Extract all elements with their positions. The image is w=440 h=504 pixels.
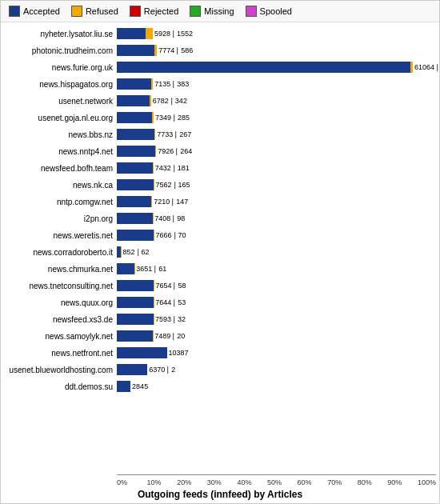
x-tick: 60% bbox=[298, 477, 328, 486]
bar-refused bbox=[146, 28, 153, 39]
bar-value-label: 6782❘342 bbox=[153, 95, 187, 106]
legend-spooled: Spooled bbox=[246, 6, 292, 17]
legend-spooled-label: Spooled bbox=[260, 6, 292, 16]
bar-refused bbox=[410, 62, 413, 73]
legend-rejected-box bbox=[130, 6, 141, 17]
bar-area: 7733❘267 bbox=[117, 129, 439, 140]
bar-refused bbox=[151, 78, 153, 90]
row-label: news.corradoroberto.it bbox=[1, 248, 117, 257]
bar-accepted bbox=[117, 314, 154, 325]
bar-accepted bbox=[117, 330, 153, 342]
bar-accepted bbox=[117, 364, 147, 375]
chart-row: news.nntp4.net7926❘264 bbox=[1, 143, 439, 159]
bar-accepted bbox=[117, 213, 153, 224]
chart-row: news.samoylyk.net7489❘20 bbox=[1, 328, 439, 344]
chart-row: newsfeed.xs3.de7593❘32 bbox=[1, 311, 439, 327]
chart-row: news.furie.org.uk61064❘421 bbox=[1, 59, 439, 75]
bar-refused bbox=[152, 112, 154, 123]
bar-accepted bbox=[117, 179, 154, 190]
bar-accepted bbox=[117, 95, 150, 106]
legend-accepted-box bbox=[9, 6, 20, 17]
bar-accepted bbox=[117, 146, 155, 157]
chart-row: news.netfront.net10387 bbox=[1, 345, 439, 361]
bar-value-label: 7562❘165 bbox=[155, 179, 190, 190]
legend-refused-label: Refused bbox=[86, 6, 118, 16]
row-label: usenet.goja.nl.eu.org bbox=[1, 114, 117, 122]
chart-row: nntp.comgw.net7210❘147 bbox=[1, 194, 439, 210]
bar-value-label: 10387 bbox=[169, 347, 189, 358]
bar-accepted bbox=[117, 162, 153, 174]
bar-refused bbox=[153, 162, 154, 174]
bar-value-label: 7210❘147 bbox=[154, 196, 188, 207]
bar-accepted bbox=[117, 78, 151, 90]
row-label: news.chmurka.net bbox=[1, 265, 117, 274]
bar-value-label: 7774❘586 bbox=[158, 45, 193, 56]
legend-missing-label: Missing bbox=[204, 6, 234, 16]
bar-area: 7432❘181 bbox=[117, 162, 439, 174]
bar-area: 7774❘586 bbox=[117, 45, 439, 56]
bar-value-label: 61064❘421 bbox=[414, 62, 440, 73]
bar-value-label: 7644❘53 bbox=[155, 297, 186, 308]
bar-value-label: 7489❘20 bbox=[154, 330, 185, 342]
bar-refused bbox=[150, 95, 151, 106]
chart-row: nyheter.lysator.liu.se5928❘1552 bbox=[1, 26, 439, 42]
row-label: usenet.network bbox=[1, 97, 117, 106]
bar-refused bbox=[153, 213, 154, 224]
row-label: usenet.blueworldhosting.com bbox=[1, 366, 117, 374]
row-label: newsfeed.bofh.team bbox=[1, 164, 117, 173]
bar-track bbox=[117, 364, 147, 375]
bar-refused bbox=[155, 146, 157, 157]
bar-track bbox=[117, 162, 154, 174]
bar-refused bbox=[154, 129, 156, 140]
legend-spooled-box bbox=[246, 6, 257, 17]
bar-track bbox=[117, 297, 154, 308]
bar-accepted bbox=[117, 381, 130, 392]
legend-refused-box bbox=[71, 6, 82, 17]
chart-row: news.chmurka.net3651❘61 bbox=[1, 261, 439, 277]
bar-value-label: 6370❘2 bbox=[149, 364, 175, 375]
row-label: news.samoylyk.net bbox=[1, 332, 117, 341]
bar-accepted bbox=[117, 112, 152, 123]
bar-track bbox=[117, 314, 154, 325]
bar-track bbox=[117, 95, 151, 106]
bar-track bbox=[117, 62, 413, 73]
bar-accepted bbox=[117, 45, 154, 56]
chart-row: usenet.network6782❘342 bbox=[1, 93, 439, 109]
bar-value-label: 7593❘32 bbox=[155, 314, 186, 325]
bar-value-label: 7408❘98 bbox=[154, 213, 185, 224]
bar-value-label: 7733❘267 bbox=[157, 129, 191, 140]
bar-value-label: 2845 bbox=[132, 381, 148, 392]
row-label: i2pn.org bbox=[1, 214, 117, 223]
bar-track bbox=[117, 330, 153, 342]
bar-refused bbox=[151, 196, 152, 207]
row-label: news.furie.org.uk bbox=[1, 63, 117, 72]
chart-row: news.quux.org7644❘53 bbox=[1, 294, 439, 310]
bar-track bbox=[117, 28, 153, 39]
x-tick: 80% bbox=[358, 477, 388, 486]
bar-value-label: 7654❘58 bbox=[155, 280, 186, 291]
bar-value-label: 7926❘264 bbox=[158, 146, 192, 157]
x-tick: 10% bbox=[147, 477, 178, 486]
bar-accepted bbox=[117, 347, 167, 358]
bar-accepted bbox=[117, 62, 410, 73]
chart-container: Accepted Refused Rejected Missing Spoole… bbox=[0, 0, 440, 504]
chart-title: Outgoing feeds (innfeed) by Articles bbox=[1, 486, 439, 503]
legend-accepted-label: Accepted bbox=[23, 6, 60, 16]
bar-track bbox=[117, 280, 154, 291]
bar-refused bbox=[154, 45, 158, 56]
bar-area: 7644❘53 bbox=[117, 297, 439, 308]
bar-area: 7666❘70 bbox=[117, 230, 439, 241]
bar-accepted bbox=[117, 280, 154, 291]
bar-value-label: 7349❘285 bbox=[155, 112, 190, 123]
bar-track bbox=[117, 381, 130, 392]
bar-track bbox=[117, 78, 153, 90]
x-axis: 0%10%20%30%40%50%60%70%80%90%100% bbox=[117, 474, 436, 486]
legend-refused: Refused bbox=[71, 6, 118, 17]
chart-row: photonic.trudheim.com7774❘586 bbox=[1, 42, 439, 58]
bar-area: 7926❘264 bbox=[117, 146, 439, 157]
bar-area: 61064❘421 bbox=[117, 62, 440, 73]
bar-accepted bbox=[117, 196, 151, 207]
bar-accepted bbox=[117, 263, 134, 274]
chart-row: usenet.goja.nl.eu.org7349❘285 bbox=[1, 110, 439, 126]
x-tick: 40% bbox=[237, 477, 267, 486]
